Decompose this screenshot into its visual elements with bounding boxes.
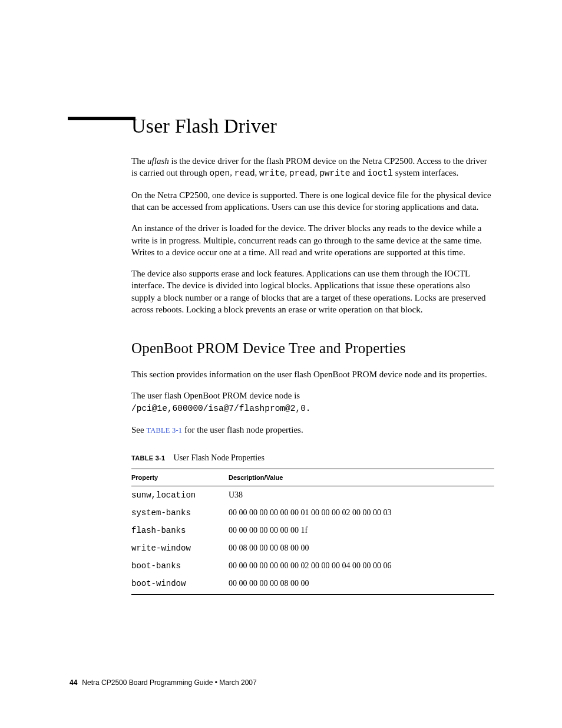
table-row: system-banks 00 00 00 00 00 00 00 01 00 … bbox=[131, 504, 494, 522]
section-rule bbox=[68, 117, 135, 120]
table-row: boot-window 00 00 00 00 00 08 00 00 bbox=[131, 575, 494, 595]
code-pread: pread bbox=[289, 169, 315, 178]
text: , bbox=[315, 168, 320, 177]
cell-property: write-window bbox=[131, 539, 229, 557]
table-caption: TABLE 3-1User Flash Node Properties bbox=[131, 453, 494, 463]
text: , bbox=[255, 168, 260, 177]
page-number: 44 bbox=[70, 678, 77, 687]
text: , bbox=[285, 168, 290, 177]
paragraph-see-table: See TABLE 3-1 for the user flash node pr… bbox=[131, 424, 494, 436]
paragraph-device-support: On the Netra CP2500, one device is suppo… bbox=[131, 189, 494, 213]
page: User Flash Driver The uflash is the devi… bbox=[0, 0, 562, 728]
cell-value: U38 bbox=[229, 486, 494, 505]
table-user-flash-node-properties: Property Description/Value sunw,location… bbox=[131, 469, 494, 595]
cell-value: 00 00 00 00 00 00 00 01 00 00 00 02 00 0… bbox=[229, 504, 494, 522]
cell-property: sunw,location bbox=[131, 486, 229, 505]
text: for the user flash node properties. bbox=[182, 425, 303, 434]
cell-property: system-banks bbox=[131, 504, 229, 522]
table-row: write-window 00 08 00 00 00 08 00 00 bbox=[131, 539, 494, 557]
heading-openboot-prom: OpenBoot PROM Device Tree and Properties bbox=[131, 340, 494, 357]
paragraph-section-intro: This section provides information on the… bbox=[131, 368, 494, 380]
text: The bbox=[131, 156, 147, 166]
cell-value: 00 08 00 00 00 08 00 00 bbox=[229, 539, 494, 557]
text: and bbox=[350, 168, 367, 177]
paragraph-intro: The uflash is the device driver for the … bbox=[131, 155, 494, 180]
text: , bbox=[230, 168, 234, 177]
table-title: User Flash Node Properties bbox=[174, 453, 265, 462]
code-open: open bbox=[209, 169, 230, 178]
col-property: Property bbox=[131, 469, 229, 486]
cell-value: 00 00 00 00 00 08 00 00 bbox=[229, 575, 494, 595]
code-write: write bbox=[259, 169, 285, 178]
heading-user-flash-driver: User Flash Driver bbox=[131, 115, 494, 137]
col-description-value: Description/Value bbox=[229, 469, 494, 486]
text: The user flash OpenBoot PROM device node… bbox=[131, 391, 300, 400]
paragraph-erase-lock: The device also supports erase and lock … bbox=[131, 268, 494, 315]
cell-property: boot-banks bbox=[131, 557, 229, 575]
cell-value: 00 00 00 00 00 00 00 02 00 00 00 04 00 0… bbox=[229, 557, 494, 575]
link-table-3-1[interactable]: TABLE 3-1 bbox=[146, 426, 182, 434]
table-row: boot-banks 00 00 00 00 00 00 00 02 00 00… bbox=[131, 557, 494, 575]
table-header-row: Property Description/Value bbox=[131, 469, 494, 486]
text: system interfaces. bbox=[393, 168, 458, 177]
cell-value: 00 00 00 00 00 00 00 1f bbox=[229, 522, 494, 539]
code-read: read bbox=[234, 169, 255, 178]
content-column: User Flash Driver The uflash is the devi… bbox=[131, 115, 494, 595]
text: See bbox=[131, 425, 146, 434]
table-row: sunw,location U38 bbox=[131, 486, 494, 505]
code-device-path: /pci@1e,600000/isa@7/flashprom@2,0. bbox=[131, 404, 311, 413]
term-uflash: uflash bbox=[147, 156, 169, 166]
page-footer: 44Netra CP2500 Board Programming Guide •… bbox=[70, 678, 257, 687]
footer-text: Netra CP2500 Board Programming Guide • M… bbox=[82, 678, 256, 687]
paragraph-driver-instance: An instance of the driver is loaded for … bbox=[131, 222, 494, 258]
paragraph-device-node: The user flash OpenBoot PROM device node… bbox=[131, 390, 494, 414]
code-ioctl: ioctl bbox=[368, 169, 394, 178]
cell-property: flash-banks bbox=[131, 522, 229, 539]
cell-property: boot-window bbox=[131, 575, 229, 595]
table-label: TABLE 3-1 bbox=[131, 454, 166, 462]
table-row: flash-banks 00 00 00 00 00 00 00 1f bbox=[131, 522, 494, 539]
code-pwrite: pwrite bbox=[319, 169, 350, 178]
